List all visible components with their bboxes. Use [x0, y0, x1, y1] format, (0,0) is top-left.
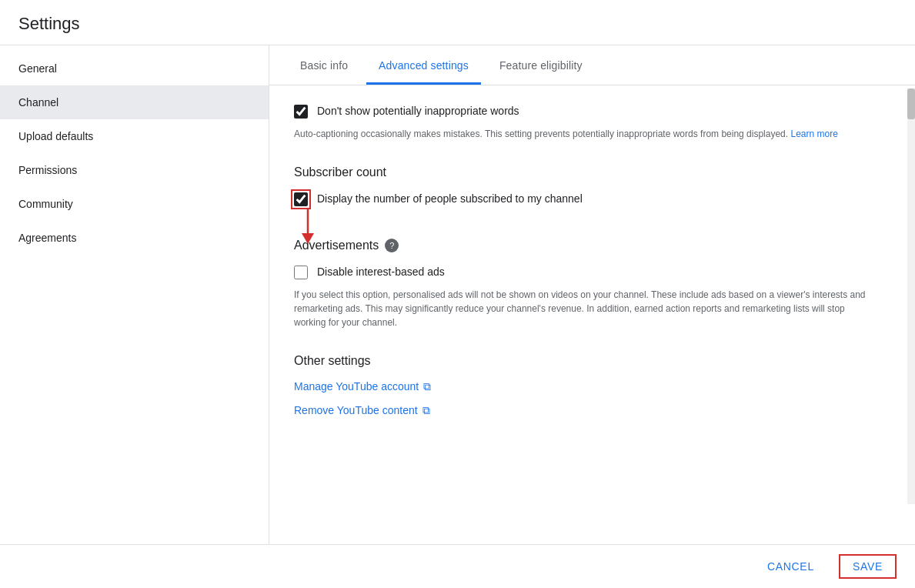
tab-feature-eligibility[interactable]: Feature eligibility: [487, 45, 595, 85]
advertisements-section: Advertisements ? Disable interest-based …: [294, 239, 890, 329]
content-scroll: Don't show potentially inappropriate wor…: [269, 85, 915, 544]
sidebar-item-permissions[interactable]: Permissions: [0, 153, 269, 187]
auto-caption-checkbox[interactable]: [294, 105, 308, 119]
sidebar-item-upload-defaults[interactable]: Upload defaults: [0, 119, 269, 153]
subscriber-count-label: Display the number of people subscribed …: [317, 192, 583, 207]
ads-section-title: Advertisements: [294, 239, 379, 252]
remove-youtube-external-icon: ⧉: [422, 404, 430, 417]
content-area: Basic info Advanced settings Feature eli…: [269, 45, 915, 544]
subscriber-count-title: Subscriber count: [294, 165, 890, 179]
scrollbar-track[interactable]: [907, 89, 915, 504]
other-settings-section: Other settings Manage YouTube account ⧉ …: [294, 354, 890, 417]
ads-checkbox-row: Disable interest-based ads: [294, 265, 890, 280]
cancel-button[interactable]: CANCEL: [755, 554, 827, 579]
sidebar-item-channel[interactable]: Channel: [0, 85, 269, 119]
footer: CANCEL SAVE: [0, 544, 915, 588]
disable-ads-label: Disable interest-based ads: [317, 265, 445, 280]
sidebar-item-agreements[interactable]: Agreements: [0, 221, 269, 255]
subscriber-count-row: Display the number of people subscribed …: [294, 192, 583, 207]
auto-caption-row: Don't show potentially inappropriate wor…: [294, 104, 890, 119]
sidebar-item-community[interactable]: Community: [0, 187, 269, 221]
ads-description: If you select this option, personalised …: [294, 288, 879, 329]
remove-youtube-link[interactable]: Remove YouTube content ⧉: [294, 404, 890, 417]
save-button[interactable]: SAVE: [839, 554, 897, 579]
tabs-bar: Basic info Advanced settings Feature eli…: [269, 45, 915, 85]
ads-help-icon[interactable]: ?: [385, 239, 399, 252]
learn-more-link[interactable]: Learn more: [790, 129, 837, 139]
app-header: Settings: [0, 0, 915, 45]
tab-basic-info[interactable]: Basic info: [288, 45, 360, 85]
subscriber-checkbox-wrapper[interactable]: [294, 192, 308, 206]
scrollbar-thumb[interactable]: [907, 89, 915, 119]
auto-caption-helper: Auto-captioning occasionally makes mista…: [294, 127, 890, 141]
manage-youtube-link[interactable]: Manage YouTube account ⧉: [294, 380, 890, 393]
sidebar: General Channel Upload defaults Permissi…: [0, 45, 269, 544]
tab-advanced-settings[interactable]: Advanced settings: [366, 45, 481, 85]
ads-title-row: Advertisements ?: [294, 239, 890, 252]
sidebar-item-general[interactable]: General: [0, 52, 269, 85]
auto-caption-label: Don't show potentially inappropriate wor…: [317, 104, 519, 119]
manage-youtube-external-icon: ⧉: [423, 380, 431, 393]
ads-checkbox-wrapper[interactable]: [294, 266, 308, 279]
main-layout: General Channel Upload defaults Permissi…: [0, 45, 915, 544]
auto-caption-checkbox-wrapper[interactable]: [294, 105, 308, 119]
auto-caption-section: Don't show potentially inappropriate wor…: [294, 104, 890, 141]
app-title: Settings: [18, 14, 80, 33]
subscriber-count-checkbox[interactable]: [294, 192, 308, 206]
subscriber-checkbox-annotation: Display the number of people subscribed …: [294, 192, 583, 215]
other-settings-title: Other settings: [294, 354, 890, 368]
disable-ads-checkbox[interactable]: [294, 266, 308, 279]
subscriber-count-section: Subscriber count Display the number of p…: [294, 165, 890, 215]
